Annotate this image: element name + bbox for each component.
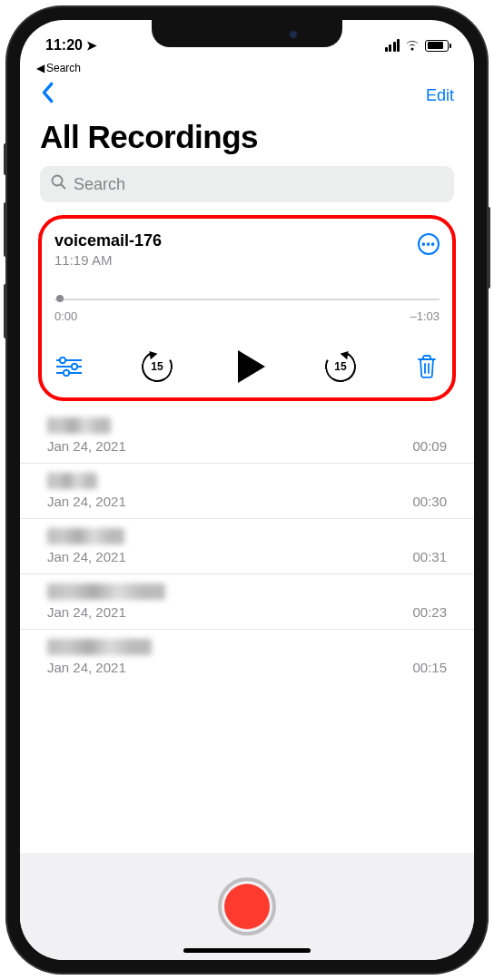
svg-point-5 bbox=[72, 364, 77, 369]
home-indicator[interactable] bbox=[183, 948, 311, 953]
recording-list-item[interactable]: Jan 24, 202100:30 bbox=[20, 464, 474, 519]
side-buttons-left bbox=[4, 143, 7, 366]
play-button[interactable] bbox=[232, 350, 265, 383]
recording-date: Jan 24, 2021 bbox=[47, 494, 126, 509]
play-icon bbox=[238, 350, 265, 383]
edit-button[interactable]: Edit bbox=[426, 86, 454, 105]
recording-list-item[interactable]: Jan 24, 202100:23 bbox=[20, 574, 474, 630]
recording-list-item[interactable]: Jan 24, 202100:15 bbox=[20, 630, 474, 684]
wifi-icon bbox=[404, 38, 420, 54]
svg-point-0 bbox=[53, 176, 63, 186]
notch bbox=[152, 20, 342, 47]
nav-bar: Edit bbox=[20, 74, 474, 115]
search-icon bbox=[51, 174, 66, 194]
back-button[interactable] bbox=[40, 82, 54, 110]
record-toolbar bbox=[20, 853, 474, 960]
svg-point-7 bbox=[64, 370, 69, 376]
settings-sliders-button[interactable] bbox=[56, 357, 82, 377]
recording-date: Jan 24, 2021 bbox=[47, 549, 126, 564]
status-time: 11:20 bbox=[45, 37, 83, 54]
delete-button[interactable] bbox=[416, 354, 438, 379]
search-input[interactable]: Search bbox=[40, 166, 454, 202]
svg-line-1 bbox=[62, 185, 65, 189]
content-area: voicemail-176 11:19 AM ••• 0:00 –1:03 bbox=[20, 215, 474, 853]
recording-duration: 00:09 bbox=[412, 438, 447, 454]
recording-list-item[interactable]: Jan 24, 202100:09 bbox=[20, 408, 474, 464]
record-button[interactable] bbox=[218, 877, 276, 936]
skip-back-15-button[interactable]: 15 bbox=[142, 351, 173, 382]
recording-duration: 00:31 bbox=[412, 549, 447, 564]
battery-icon bbox=[425, 40, 449, 52]
svg-point-3 bbox=[60, 358, 65, 363]
phone-frame: 11:20 ➤ ◀ Search Edit bbox=[7, 7, 487, 973]
recording-title: voicemail-176 bbox=[54, 231, 162, 250]
recording-title-redacted bbox=[47, 639, 152, 655]
skip-forward-15-button[interactable]: 15 bbox=[325, 351, 356, 382]
recording-duration: 00:23 bbox=[412, 604, 447, 620]
recording-date: Jan 24, 2021 bbox=[47, 438, 126, 454]
side-button-right bbox=[487, 207, 490, 289]
recording-expanded[interactable]: voicemail-176 11:19 AM ••• 0:00 –1:03 bbox=[38, 215, 456, 401]
recording-title-redacted bbox=[47, 473, 97, 489]
page-title: All Recordings bbox=[20, 115, 474, 166]
recording-date: Jan 24, 2021 bbox=[47, 604, 165, 620]
back-caret-icon: ◀ bbox=[36, 62, 44, 74]
scrubber[interactable] bbox=[54, 295, 440, 304]
recording-title-redacted bbox=[47, 528, 124, 544]
search-placeholder: Search bbox=[74, 175, 125, 194]
recording-title-redacted bbox=[47, 417, 111, 434]
back-breadcrumb[interactable]: ◀ Search bbox=[20, 60, 474, 74]
recording-title-redacted bbox=[47, 583, 165, 600]
recording-date: Jan 24, 2021 bbox=[47, 660, 152, 675]
record-icon bbox=[224, 884, 270, 929]
location-arrow-icon: ➤ bbox=[86, 38, 97, 53]
recording-timestamp: 11:19 AM bbox=[54, 252, 162, 268]
cellular-signal-icon bbox=[385, 39, 400, 52]
recording-duration: 00:15 bbox=[412, 660, 447, 675]
scrubber-playhead[interactable] bbox=[56, 295, 64, 302]
recording-duration: 00:30 bbox=[412, 494, 447, 509]
screen: 11:20 ➤ ◀ Search Edit bbox=[20, 20, 474, 960]
back-breadcrumb-label: Search bbox=[46, 62, 81, 74]
more-options-button[interactable]: ••• bbox=[418, 233, 440, 255]
remaining-time: –1:03 bbox=[410, 309, 440, 323]
recording-list-item[interactable]: Jan 24, 202100:31 bbox=[20, 519, 474, 574]
elapsed-time: 0:00 bbox=[54, 309, 77, 323]
